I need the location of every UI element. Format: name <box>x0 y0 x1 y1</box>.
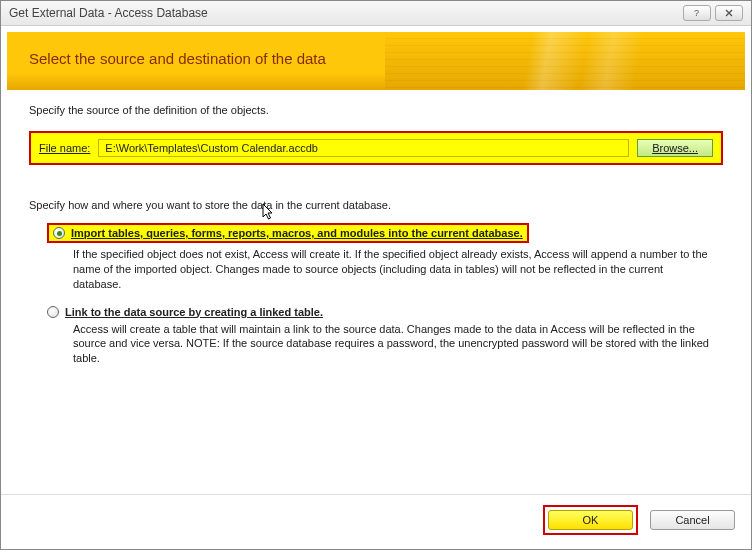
how-intro-text: Specify how and where you want to store … <box>29 199 723 211</box>
dialog-window: Get External Data - Access Database ? Se… <box>0 0 752 550</box>
file-name-input[interactable]: E:\Work\Templates\Custom Calendar.accdb <box>98 139 629 157</box>
help-button[interactable]: ? <box>683 5 711 21</box>
footer: OK Cancel <box>1 494 751 549</box>
cancel-button[interactable]: Cancel <box>650 510 735 530</box>
dialog-title: Get External Data - Access Database <box>9 6 208 20</box>
option-import-head[interactable]: Import tables, queries, forms, reports, … <box>47 223 529 243</box>
radio-link[interactable] <box>47 306 59 318</box>
browse-button[interactable]: Browse... <box>637 139 713 157</box>
file-name-label: File name: <box>39 142 90 154</box>
option-import-label: Import tables, queries, forms, reports, … <box>71 227 523 239</box>
svg-text:?: ? <box>694 8 699 18</box>
ok-highlight: OK <box>543 505 638 535</box>
option-import: Import tables, queries, forms, reports, … <box>47 223 723 292</box>
page-title: Select the source and destination of the… <box>29 50 723 67</box>
option-link-label: Link to the data source by creating a li… <box>65 306 323 318</box>
ok-button[interactable]: OK <box>548 510 633 530</box>
source-intro-text: Specify the source of the definition of … <box>29 104 723 116</box>
file-name-row: File name: E:\Work\Templates\Custom Cale… <box>29 131 723 165</box>
option-link-head[interactable]: Link to the data source by creating a li… <box>47 306 723 318</box>
options-group: Import tables, queries, forms, reports, … <box>47 223 723 366</box>
radio-import[interactable] <box>53 227 65 239</box>
option-link: Link to the data source by creating a li… <box>47 306 723 367</box>
option-link-desc: Access will create a table that will mai… <box>73 322 713 367</box>
header-band: Select the source and destination of the… <box>7 32 745 90</box>
option-import-desc: If the specified object does not exist, … <box>73 247 713 292</box>
titlebar: Get External Data - Access Database ? <box>1 1 751 26</box>
close-button[interactable] <box>715 5 743 21</box>
content-area: Specify the source of the definition of … <box>1 90 751 494</box>
